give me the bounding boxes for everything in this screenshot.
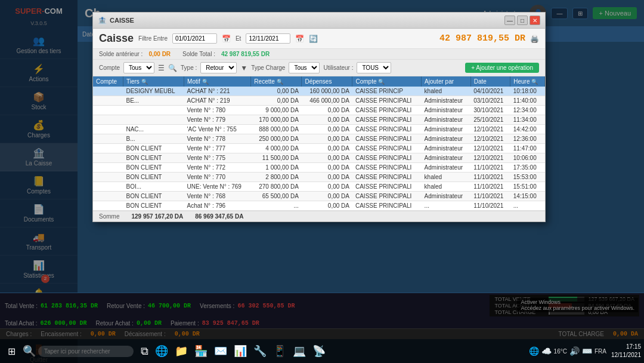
table-row[interactable]: BON CLIENT Vente N° : 772 1 000,00 DA 0,… xyxy=(93,163,545,173)
td-recette: 9 000,00 DA xyxy=(251,106,302,115)
td-compte2: CAISSE PRINCIPALI xyxy=(352,96,422,106)
taskbar-app4-btn[interactable]: 💻 xyxy=(290,343,308,359)
modal-close-btn[interactable]: ✕ xyxy=(530,16,540,25)
th-tiers: Tiers 🔍 xyxy=(123,76,184,87)
taskbar-folder-btn[interactable]: 📁 xyxy=(172,343,190,359)
td-compte2: CAISSE PRINCIPALI xyxy=(352,125,422,134)
td-tiers: BON CLIENT xyxy=(123,163,184,173)
modal-minimize-btn[interactable]: — xyxy=(504,16,515,25)
taskbar-edge-btn[interactable]: 🌐 xyxy=(153,343,171,359)
table-row[interactable]: B... Vente N° : 778 250 000,00 DA 0,00 D… xyxy=(93,134,545,144)
type-charge-select[interactable]: Tous xyxy=(289,62,320,73)
type-arrow-btn[interactable]: ▼ xyxy=(240,64,247,72)
td-depenses: 466 000,00 DA xyxy=(302,96,352,106)
td-recette: 0,00 DA xyxy=(251,96,302,106)
print-btn[interactable]: 🖨️ xyxy=(530,35,539,43)
depenses-total: 86 969 347,65 DA xyxy=(195,213,243,220)
td-compte2: CAISSE PRINCIPALI xyxy=(352,173,422,182)
caisse-modal: 🏦 CAISSE — □ ✕ Caisse Filtre Entre 📅 Et … xyxy=(92,12,546,222)
utilisateur-select[interactable]: TOUS xyxy=(357,62,391,73)
td-compte2: CAISSE PRINCIPALI xyxy=(352,115,422,125)
type-select[interactable]: Retour xyxy=(200,62,237,73)
modal-maximize-btn[interactable]: □ xyxy=(517,16,528,25)
th-recette: Recette 🔍 xyxy=(251,76,302,87)
taskbar-mail-btn[interactable]: ✉️ xyxy=(212,343,230,359)
table-row[interactable]: BON CLIENT Vente N° : 770 2 800,00 DA 0,… xyxy=(93,173,545,182)
taskbar-search-input[interactable] xyxy=(38,346,134,357)
td-heure: 14:42:00 xyxy=(510,125,545,134)
td-compte xyxy=(93,192,123,201)
td-compte2: CAISSE PRINCIPALI xyxy=(352,106,422,115)
compte-search-btn[interactable]: 🔍 xyxy=(168,64,177,72)
td-compte2: CAISSE PRINCIPALI xyxy=(352,144,422,153)
somme-label: Somme xyxy=(99,213,119,220)
td-date: 11/10/2021 xyxy=(470,173,510,182)
taskbar-app3-btn[interactable]: 📱 xyxy=(271,343,289,359)
table-row[interactable]: BON CLIENT Vente N° : 777 4 000,00 DA 0,… xyxy=(93,144,545,153)
td-compte xyxy=(93,87,123,96)
td-depenses: 0,00 DA xyxy=(302,125,352,134)
td-heure: 15:53:00 xyxy=(510,173,545,182)
systray: 🌐 ☁️ 16°C 🔊 ⌨️ FRA xyxy=(529,346,606,356)
modal-title-text: 🏦 CAISSE xyxy=(98,16,134,24)
td-recette: 65 500,00 DA xyxy=(251,192,302,201)
td-tiers: BOI... xyxy=(123,182,184,192)
td-recette: 888 000,00 DA xyxy=(251,125,302,134)
td-ajoute: khaled xyxy=(422,173,471,182)
td-heure: 17:35:00 xyxy=(510,163,545,173)
td-date: 11/10/2021 xyxy=(470,163,510,173)
td-depenses: 0,00 DA xyxy=(302,173,352,182)
taskbar-clock: 17:15 12/11/2021 xyxy=(611,343,641,359)
date-from-input[interactable] xyxy=(172,33,217,44)
table-row[interactable]: DESIGNY MEUBL ACHAT N° : 221 0,00 DA 160… xyxy=(93,87,545,96)
date-from-picker-btn[interactable]: 📅 xyxy=(222,35,231,43)
network-icon[interactable]: 🌐 xyxy=(529,346,539,356)
td-heure: 11:40:00 xyxy=(510,96,545,106)
date-to-input[interactable] xyxy=(246,33,290,44)
caisse-title-icon: 🏦 xyxy=(98,16,107,24)
search-taskbar-btn[interactable]: 🔍 xyxy=(20,343,38,359)
table-row[interactable]: BON CLIENT Achat N° : 796 ... 0,00 DA CA… xyxy=(93,201,545,211)
taskbar-view-btn[interactable]: ⧉ xyxy=(138,343,151,359)
td-depenses: 0,00 DA xyxy=(302,153,352,163)
recette-total: 129 957 167,20 DA xyxy=(131,213,183,220)
table-scroll[interactable]: Compte Tiers 🔍 Motif 🔍 Recette 🔍 Dépense… xyxy=(93,76,545,211)
taskbar-store-btn[interactable]: 🏪 xyxy=(192,343,210,359)
table-row[interactable]: BE... ACHAT N° : 219 0,00 DA 466 000,00 … xyxy=(93,96,545,106)
td-motif: Vente N° : 775 xyxy=(184,153,251,163)
taskbar-app1-btn[interactable]: 📊 xyxy=(231,343,249,359)
th-compte: Compte xyxy=(93,76,123,87)
ajouter-operation-btn[interactable]: + Ajouter une opération xyxy=(465,63,539,73)
td-heure: ... xyxy=(510,201,545,211)
td-date: 12/10/2021 xyxy=(470,153,510,163)
td-heure: 11:47:00 xyxy=(510,144,545,153)
start-button[interactable]: ⊞ xyxy=(3,343,20,359)
date-to-picker-btn[interactable]: 📅 xyxy=(295,35,304,43)
th-depenses: Dépenses xyxy=(302,76,352,87)
td-date: 25/10/2021 xyxy=(470,115,510,125)
volume-icon[interactable]: 🔊 xyxy=(569,346,580,356)
td-compte xyxy=(93,144,123,153)
td-compte xyxy=(93,106,123,115)
td-tiers xyxy=(123,106,184,115)
taskbar-app2-btn[interactable]: 🔧 xyxy=(251,343,269,359)
td-ajoute: Administrateur xyxy=(422,96,471,106)
table-row[interactable]: BON CLIENT Vente N° : 775 11 500,00 DA 0… xyxy=(93,153,545,163)
table-row[interactable]: Vente N° : 779 170 000,00 DA 0,00 DA CAI… xyxy=(93,115,545,125)
table-row[interactable]: BOI... UNE: Vente N° : 769 270 800,00 DA… xyxy=(93,182,545,192)
td-ajoute: Administrateur xyxy=(422,153,471,163)
keyboard-icon[interactable]: ⌨️ xyxy=(582,346,592,356)
table-row[interactable]: BON CLIENT Vente N° : 768 65 500,00 DA 0… xyxy=(93,192,545,201)
taskbar-ftp-btn[interactable]: 📡 xyxy=(310,343,328,359)
td-depenses: 0,00 DA xyxy=(302,106,352,115)
refresh-btn[interactable]: 🔄 xyxy=(309,35,318,43)
table-row[interactable]: Vente N° : 780 9 000,00 DA 0,00 DA CAISS… xyxy=(93,106,545,115)
td-ajoute: ... xyxy=(422,201,471,211)
caisse-main-title: Caisse xyxy=(99,32,134,45)
solde-ant-val: 0,00 DR xyxy=(148,51,171,57)
td-motif: 'AC Vente N° : 755 xyxy=(184,125,251,134)
compte-select[interactable]: Tous xyxy=(123,62,154,73)
table-row[interactable]: NAC... 'AC Vente N° : 755 888 000,00 DA … xyxy=(93,125,545,134)
td-date: 11/10/2021 xyxy=(470,192,510,201)
compte-list-btn[interactable]: ☰ xyxy=(158,64,165,72)
